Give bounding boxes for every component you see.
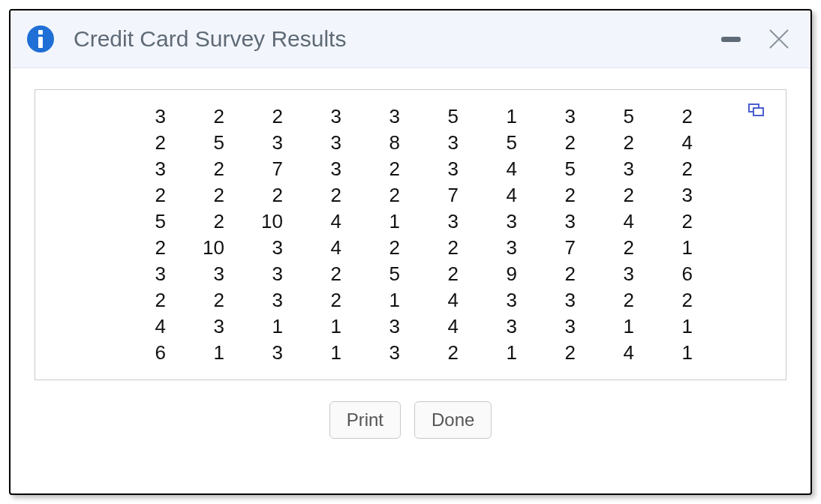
data-cell: 2 xyxy=(179,104,238,130)
table-row: 2222274223 xyxy=(121,182,706,208)
data-cell: 5 xyxy=(472,130,531,156)
print-button[interactable]: Print xyxy=(329,401,401,439)
data-cell: 1 xyxy=(472,340,531,366)
data-cell: 1 xyxy=(589,314,648,340)
data-cell: 2 xyxy=(589,130,648,156)
data-cell: 3 xyxy=(531,287,589,314)
data-cell: 3 xyxy=(121,261,179,287)
data-cell: 2 xyxy=(121,182,179,208)
data-cell: 5 xyxy=(121,208,179,235)
data-cell: 2 xyxy=(531,130,589,156)
svg-rect-1 xyxy=(38,30,43,34)
dialog-window: Credit Card Survey Results 3223351352253… xyxy=(9,9,812,495)
data-cell: 4 xyxy=(589,340,648,366)
data-cell: 2 xyxy=(648,104,706,130)
data-cell: 2 xyxy=(648,287,706,314)
data-cell: 2 xyxy=(414,235,472,261)
data-cell: 6 xyxy=(648,261,706,287)
data-cell: 3 xyxy=(414,208,472,235)
data-cell: 2 xyxy=(296,287,355,314)
data-cell: 2 xyxy=(355,182,414,208)
data-cell: 3 xyxy=(355,340,414,366)
copy-icon[interactable] xyxy=(748,104,765,117)
data-cell: 9 xyxy=(472,261,531,287)
data-cell: 2 xyxy=(121,130,179,156)
close-button[interactable] xyxy=(765,26,792,52)
data-cell: 3 xyxy=(472,314,531,340)
data-cell: 3 xyxy=(179,314,238,340)
data-cell: 2 xyxy=(179,287,238,314)
data-cell: 3 xyxy=(121,104,179,130)
data-cell: 5 xyxy=(414,104,472,130)
data-cell: 1 xyxy=(238,314,296,340)
data-cell: 3 xyxy=(589,156,648,182)
data-cell: 3 xyxy=(531,314,589,340)
data-cell: 2 xyxy=(589,287,648,314)
data-cell: 2 xyxy=(648,208,706,235)
data-cell: 3 xyxy=(414,130,472,156)
table-row: 2232143322 xyxy=(121,287,706,314)
data-cell: 3 xyxy=(296,130,355,156)
data-cell: 5 xyxy=(589,104,648,130)
data-cell: 2 xyxy=(179,182,238,208)
data-cell: 4 xyxy=(414,287,472,314)
info-icon xyxy=(26,24,56,54)
data-cell: 2 xyxy=(238,182,296,208)
data-cell: 7 xyxy=(414,182,472,208)
table-row: 52104133342 xyxy=(121,208,706,235)
data-cell: 2 xyxy=(531,182,589,208)
data-cell: 4 xyxy=(589,208,648,235)
minimize-button[interactable] xyxy=(717,26,744,52)
data-cell: 2 xyxy=(296,261,355,287)
data-cell: 4 xyxy=(121,314,179,340)
data-cell: 3 xyxy=(238,261,296,287)
data-cell: 3 xyxy=(414,156,472,182)
data-cell: 1 xyxy=(472,104,531,130)
table-row: 3273234532 xyxy=(121,156,706,182)
table-row: 4311343311 xyxy=(121,314,706,340)
data-cell: 2 xyxy=(589,182,648,208)
data-cell: 4 xyxy=(296,208,355,235)
data-cell: 2 xyxy=(296,182,355,208)
data-cell: 3 xyxy=(531,208,589,235)
data-cell: 2 xyxy=(531,261,589,287)
data-grid: 3223351352253383522432732345322222274223… xyxy=(121,104,706,366)
titlebar: Credit Card Survey Results xyxy=(11,10,810,68)
window-controls xyxy=(717,26,792,52)
data-cell: 1 xyxy=(648,235,706,261)
data-cell: 2 xyxy=(121,287,179,314)
data-cell: 5 xyxy=(355,261,414,287)
data-cell: 3 xyxy=(472,235,531,261)
svg-rect-2 xyxy=(38,37,43,48)
data-cell: 3 xyxy=(179,261,238,287)
data-cell: 2 xyxy=(179,208,238,235)
data-cell: 4 xyxy=(296,235,355,261)
table-row: 2533835224 xyxy=(121,130,706,156)
data-panel: 3223351352253383522432732345322222274223… xyxy=(35,89,786,380)
button-row: Print Done xyxy=(35,380,786,446)
data-cell: 10 xyxy=(238,208,296,235)
data-cell: 2 xyxy=(648,156,706,182)
svg-rect-4 xyxy=(753,108,763,116)
data-cell: 3 xyxy=(531,104,589,130)
data-cell: 1 xyxy=(296,314,355,340)
data-cell: 3 xyxy=(355,104,414,130)
data-cell: 3 xyxy=(238,287,296,314)
data-cell: 3 xyxy=(648,182,706,208)
data-cell: 2 xyxy=(121,235,179,261)
data-cell: 3 xyxy=(296,104,355,130)
data-cell: 2 xyxy=(589,235,648,261)
done-button[interactable]: Done xyxy=(414,401,492,439)
data-cell: 1 xyxy=(648,314,706,340)
dialog-body: 3223351352253383522432732345322222274223… xyxy=(11,68,810,494)
dialog-title: Credit Card Survey Results xyxy=(74,26,717,52)
table-row: 3332529236 xyxy=(121,261,706,287)
data-cell: 6 xyxy=(121,340,179,366)
data-cell: 2 xyxy=(414,261,472,287)
data-cell: 2 xyxy=(355,235,414,261)
data-cell: 2 xyxy=(355,156,414,182)
minimize-icon xyxy=(721,37,741,42)
data-cell: 3 xyxy=(238,130,296,156)
data-cell: 1 xyxy=(355,208,414,235)
table-row: 3223351352 xyxy=(121,104,706,130)
